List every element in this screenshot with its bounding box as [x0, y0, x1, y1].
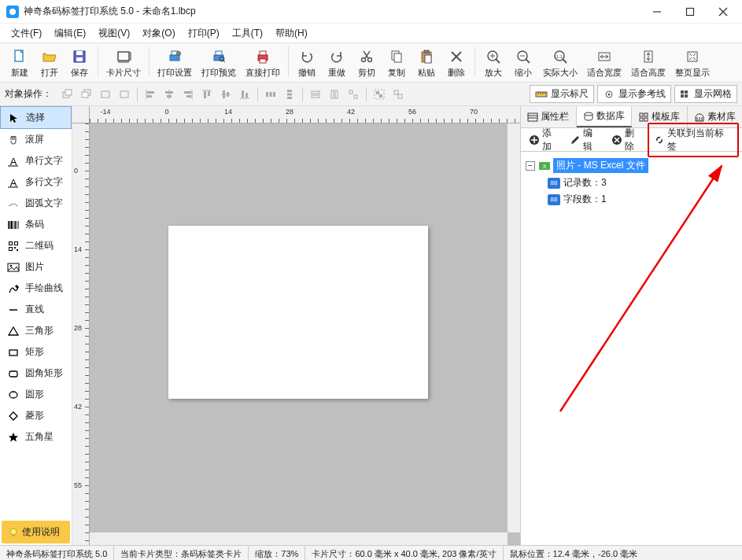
svg-line-18: [223, 61, 225, 62]
toolbar-printset-button[interactable]: 打印设置: [153, 46, 197, 80]
toolbar-preview-button[interactable]: 打印预览: [197, 46, 241, 80]
toggle-grid[interactable]: 显示网格: [674, 85, 737, 103]
tree-field-count[interactable]: 88字段数：1: [548, 191, 737, 208]
canvas-area[interactable]: -1401428425670 014284255: [72, 106, 520, 545]
group-icon[interactable]: [371, 87, 387, 101]
tree-collapse-toggle[interactable]: −: [526, 161, 535, 171]
layer-back-icon[interactable]: [79, 87, 94, 101]
cardsize-icon: [115, 48, 132, 65]
tool-arc[interactable]: 圆弧文字: [0, 193, 72, 214]
tool-circle[interactable]: 圆形: [0, 384, 72, 405]
svg-rect-7: [76, 51, 83, 55]
dist-h-icon[interactable]: [263, 87, 279, 101]
tree-record-count[interactable]: 88记录数：3: [548, 175, 737, 191]
align-top-icon[interactable]: [199, 87, 215, 101]
zoomout-icon: [515, 48, 532, 65]
svg-rect-81: [335, 90, 338, 98]
toggle-ruler[interactable]: 显示标尺: [530, 85, 594, 103]
tab-icon: [638, 112, 649, 122]
tool-image[interactable]: 图片: [0, 256, 72, 278]
db-add-button[interactable]: 添加: [524, 124, 565, 156]
fith-icon: [640, 48, 657, 65]
status-bar: 神奇条码标签打印系统 5.0 当前卡片类型：条码标签类卡片 缩放：73% 卡片尺…: [0, 545, 742, 560]
same-size-icon[interactable]: [345, 87, 361, 101]
svg-point-124: [10, 529, 17, 535]
tool-diamond[interactable]: 菱形: [0, 405, 72, 426]
toolbar-new-button[interactable]: 新建: [5, 46, 35, 80]
tool-cursor[interactable]: 选择: [0, 106, 72, 129]
toggle-guides[interactable]: 显示参考线: [597, 85, 671, 103]
menu-item[interactable]: 帮助(H): [269, 25, 314, 42]
same-width-icon[interactable]: [308, 87, 323, 101]
svg-rect-78: [312, 91, 319, 94]
align-bottom-icon[interactable]: [237, 87, 253, 101]
toolbar-cardsize-button[interactable]: 卡片尺寸: [102, 46, 146, 80]
svg-rect-67: [223, 90, 225, 98]
toolbar-copy-button[interactable]: 复制: [382, 46, 412, 80]
toolbar-delete-button[interactable]: 删除: [441, 46, 471, 80]
scrollbar-vertical[interactable]: [508, 123, 520, 532]
db-delete-button[interactable]: 删除: [607, 124, 648, 156]
menu-item[interactable]: 编辑(E): [48, 25, 92, 42]
canvas-viewport[interactable]: [90, 123, 508, 532]
db-edit-button[interactable]: 编辑: [565, 124, 606, 156]
layer-down-icon[interactable]: [116, 87, 132, 101]
dist-v-icon[interactable]: [282, 87, 297, 101]
toolbar-open-button[interactable]: 打开: [35, 46, 65, 80]
toolbar-fitpage-button[interactable]: 整页显示: [670, 46, 714, 80]
menu-item[interactable]: 对象(O): [136, 25, 181, 42]
toolbar-zoomout-button[interactable]: 缩小: [508, 46, 538, 80]
toolbar-print-button[interactable]: 直接打印: [241, 46, 285, 80]
layer-front-icon[interactable]: [60, 87, 76, 101]
svg-rect-51: [82, 92, 88, 98]
scrollbar-horizontal[interactable]: [90, 532, 508, 545]
svg-rect-98: [681, 94, 684, 98]
toolbar-redo-button[interactable]: 重做: [322, 46, 352, 80]
svg-rect-52: [102, 91, 109, 98]
svg-rect-21: [260, 59, 266, 63]
align-center-h-icon[interactable]: [161, 87, 177, 101]
toolbar-zoom100-button[interactable]: 1:1实际大小: [538, 46, 582, 80]
minimize-button[interactable]: [648, 4, 666, 20]
tool-qr[interactable]: 二维码: [0, 235, 72, 256]
align-middle-v-icon[interactable]: [218, 87, 234, 101]
menu-item[interactable]: 打印(P): [182, 25, 226, 42]
svg-rect-125: [13, 535, 15, 536]
help-button[interactable]: 使用说明: [2, 521, 70, 543]
tool-tri[interactable]: 三角形: [0, 320, 72, 341]
tool-barcode[interactable]: 条码: [0, 214, 72, 235]
svg-rect-9: [118, 52, 129, 61]
svg-point-0: [9, 9, 16, 15]
toolbar-zoomin-button[interactable]: 放大: [478, 46, 508, 80]
ruler-icon: [535, 90, 548, 99]
tool-star[interactable]: 五角星: [0, 426, 72, 448]
menu-item[interactable]: 视图(V): [92, 25, 136, 42]
tool-rrect[interactable]: 圆角矩形: [0, 363, 72, 384]
tool-textA[interactable]: A单行文字: [0, 150, 72, 171]
tool-line[interactable]: 直线: [0, 299, 72, 320]
ungroup-icon[interactable]: [390, 87, 406, 101]
toolbar-undo-button[interactable]: 撤销: [292, 46, 322, 80]
tool-pen[interactable]: 手绘曲线: [0, 278, 72, 299]
align-left-icon[interactable]: [142, 87, 158, 101]
toolbar-save-button[interactable]: 保存: [65, 46, 94, 80]
tool-textA[interactable]: A多行文字: [0, 171, 72, 193]
toolbar-paste-button[interactable]: 粘贴: [412, 46, 441, 80]
toolbar-fith-button[interactable]: 适合高度: [626, 46, 670, 80]
save-icon: [71, 48, 88, 65]
close-button[interactable]: [714, 4, 733, 20]
same-height-icon[interactable]: [327, 87, 342, 101]
toolbar-fitw-button[interactable]: 适合宽度: [582, 46, 626, 80]
tool-rect[interactable]: 矩形: [0, 341, 72, 363]
cursor-icon: [7, 112, 21, 124]
tool-hand[interactable]: 滚屏: [0, 129, 72, 150]
align-right-icon[interactable]: [180, 87, 196, 101]
maximize-button[interactable]: [681, 4, 700, 20]
tree-root-node[interactable]: 照片 - MS Excel 文件: [553, 158, 648, 173]
label-page[interactable]: [168, 226, 428, 399]
toolbar-cut-button[interactable]: 剪切: [352, 46, 382, 80]
svg-point-123: [9, 392, 17, 398]
menu-item[interactable]: 文件(F): [5, 25, 48, 42]
layer-up-icon[interactable]: [98, 87, 113, 101]
menu-item[interactable]: 工具(T): [226, 25, 269, 42]
